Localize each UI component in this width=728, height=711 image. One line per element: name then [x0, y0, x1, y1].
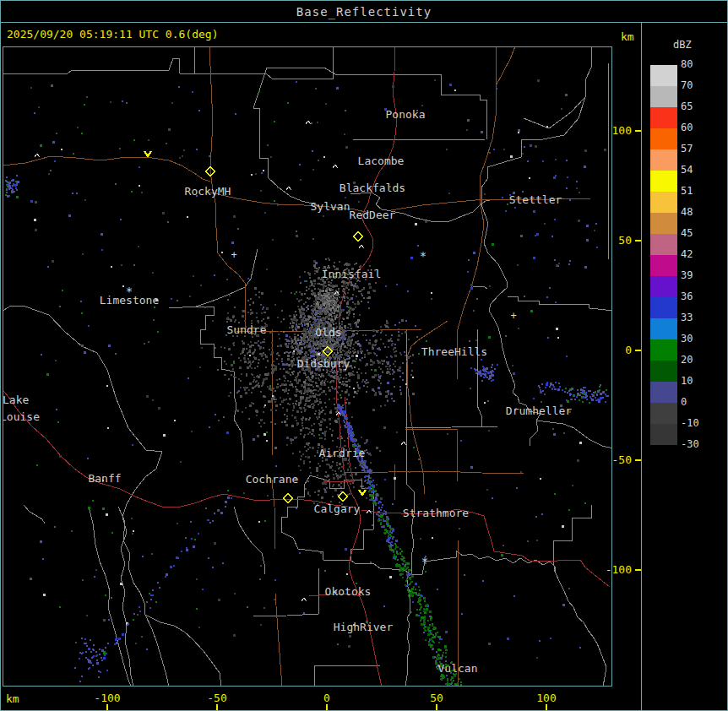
highway-line	[361, 509, 610, 587]
radar-map[interactable]: ***++PonokaLacombeBlackfaldsSylvanRedDee…	[3, 46, 612, 687]
scale-color-box	[650, 318, 677, 339]
scale-value-label: 39	[681, 269, 720, 282]
city-label-lake: Lake	[3, 393, 29, 406]
city-label-calgary: Calgary	[314, 502, 361, 515]
scale-value-label: -30	[681, 438, 720, 451]
county-boundary-line	[145, 615, 221, 686]
city-label-drumheller: Drumheller	[506, 404, 572, 417]
scale-color-box	[650, 86, 677, 107]
precip-band	[79, 497, 232, 682]
y-axis-tick-label: 100	[596, 124, 632, 137]
scale-color-box	[650, 276, 677, 297]
county-boundary-line	[477, 329, 481, 426]
x-axis-unit-label: km	[6, 692, 19, 705]
county-boundary-line	[405, 426, 498, 428]
city-label-highriver: HighRiver	[334, 621, 394, 633]
y-axis-tick-label: -50	[596, 453, 632, 466]
city-label-lacombe: Lacombe	[358, 155, 405, 167]
city-label-reddeer: RedDeer	[350, 209, 396, 221]
city-label-cochrane: Cochrane	[246, 473, 299, 486]
city-label-banff: Banff	[88, 472, 121, 485]
scale-color-box	[650, 171, 677, 192]
scale-color-box	[650, 192, 677, 213]
scale-color-box	[650, 361, 677, 382]
county-boundary-line	[3, 47, 333, 79]
radar-site-diamond-marker	[339, 492, 348, 502]
caret-marker	[286, 187, 291, 190]
y-axis-tick-label: 50	[596, 234, 632, 247]
x-axis-tick-mark	[546, 704, 547, 710]
plus-marker: +	[231, 249, 236, 261]
x-axis-tick-label: 100	[521, 692, 572, 704]
county-boundary-line	[508, 296, 611, 311]
caret-marker	[359, 245, 364, 248]
city-label-threehills: ThreeHills	[421, 345, 487, 358]
scale-value-label: 20	[681, 354, 720, 366]
scale-value-label: 70	[681, 79, 720, 92]
scale-color-box	[650, 149, 677, 171]
scale-color-box	[650, 213, 677, 234]
x-axis-tick-mark	[436, 704, 437, 710]
caret-marker	[35, 154, 40, 157]
x-axis-tick-mark	[326, 704, 328, 710]
page-title: Base_Reflectivity	[296, 5, 432, 19]
city-label-layer: PonokaLacombeBlackfaldsSylvanRedDeerStet…	[3, 108, 572, 675]
echo-cluster	[564, 384, 609, 404]
scale-color-box	[650, 234, 677, 255]
county-boundary-line	[24, 505, 45, 524]
scale-color-box	[650, 107, 677, 128]
city-label-olds: Olds	[315, 326, 341, 339]
radar-map-canvas[interactable]: ***++PonokaLacombeBlackfaldsSylvanRedDee…	[3, 47, 611, 686]
scale-value-label: 48	[681, 206, 720, 219]
county-boundary-line	[553, 505, 591, 572]
y-axis-tick-label: -100	[596, 563, 632, 576]
city-label-vulcan: Vulcan	[438, 662, 478, 675]
asterisk-marker: *	[421, 555, 428, 568]
scale-value-label: 60	[681, 122, 720, 134]
city-label-airdrie: Airdrie	[319, 447, 366, 459]
asterisk-marker: *	[420, 249, 426, 263]
city-label-blackfalds: Blackfalds	[340, 182, 405, 194]
plus-marker: +	[510, 310, 516, 322]
city-label-sundre: Sundre	[227, 323, 267, 336]
scale-value-label: 54	[681, 164, 720, 176]
city-label-innisfail: Innisfail	[322, 268, 381, 280]
scale-value-label: 0	[681, 396, 720, 409]
scale-value-label: 30	[681, 333, 720, 345]
scale-color-box	[650, 65, 677, 86]
panel-divider	[641, 23, 642, 711]
scale-value-label: 33	[681, 312, 720, 324]
city-label-stettler: Stettler	[509, 193, 562, 206]
scale-unit-label: dBZ	[673, 39, 692, 51]
scale-color-box	[650, 424, 677, 445]
y-axis-tick-mark	[635, 240, 641, 242]
echo-cluster	[220, 287, 287, 420]
city-label-didsbury: Didsbury	[297, 357, 350, 370]
road-line	[391, 198, 611, 210]
scale-color-box	[650, 128, 677, 149]
echo-cluster	[513, 145, 606, 267]
county-boundary-line	[536, 421, 611, 448]
vee-marker	[359, 490, 366, 495]
scale-value-label: 36	[681, 290, 720, 303]
road-line	[272, 329, 282, 686]
county-boundary-line	[253, 568, 318, 616]
marker-layer: ***++	[35, 121, 517, 601]
y-axis-unit-label: km	[621, 30, 634, 43]
vee-marker	[144, 151, 151, 156]
scale-value-label: 42	[681, 248, 720, 261]
x-axis-tick-label: 50	[411, 692, 462, 704]
county-boundary-line	[3, 306, 162, 686]
scale-value-label: 51	[681, 185, 720, 198]
city-label-ponoka: Ponoka	[386, 108, 426, 121]
y-axis-tick-mark	[635, 569, 641, 571]
echo-cluster	[470, 364, 498, 382]
caret-marker	[401, 442, 406, 445]
county-boundary-line	[234, 507, 264, 574]
echo-cluster	[299, 258, 377, 313]
county-boundary-line	[524, 97, 585, 128]
echo-cluster	[5, 175, 19, 198]
scan-timestamp: 2025/09/20 05:19:11 UTC 0.6(deg)	[7, 28, 218, 41]
echo-cluster	[538, 382, 563, 393]
x-axis-tick-mark	[216, 704, 218, 710]
